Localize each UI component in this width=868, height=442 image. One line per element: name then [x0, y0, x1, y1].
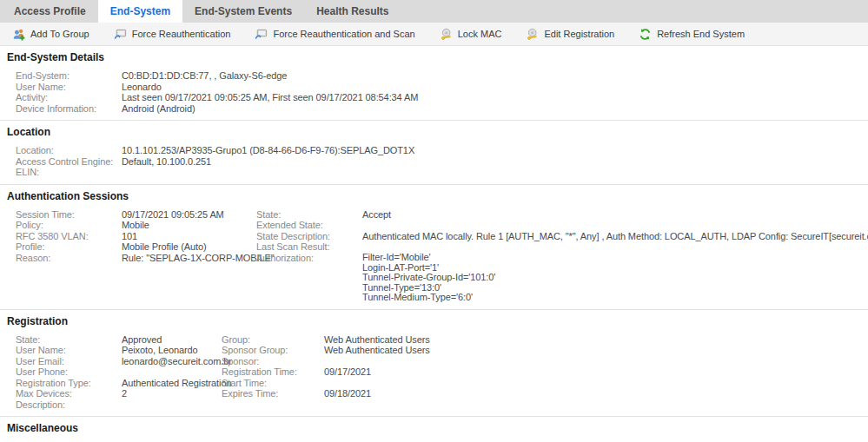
force-reauthentication-and-scan-button[interactable]: Force Reauthentication and Scan: [248, 26, 421, 43]
refresh-icon: [639, 28, 652, 41]
section-title-end-system-details: End-System Details: [7, 51, 861, 63]
force-reauthentication-and-scan-icon: [255, 28, 268, 41]
field-value: Leonardo: [122, 82, 861, 93]
field-label: ELIN:: [16, 167, 122, 178]
force-reauthentication-label: Force Reauthentication: [132, 29, 231, 39]
lock-mac-button[interactable]: Lock MAC: [434, 26, 508, 43]
field-value: Default, 10.100.0.251: [122, 156, 861, 168]
field-label: [222, 399, 324, 411]
field-value: [122, 399, 222, 411]
section-title-miscellaneous: Miscellaneous: [7, 422, 861, 434]
field-value: Last seen 09/17/2021 09:05:25 AM, First …: [122, 92, 861, 103]
auth-row-profile-last-scan-result: Profile: Mobile Profile (Auto) Last Scan…: [16, 241, 861, 253]
tab-end-system-events[interactable]: End-System Events: [182, 0, 304, 23]
lock-mac-label: Lock MAC: [458, 29, 502, 39]
field-label: Last Scan Result:: [256, 241, 362, 253]
toolbar: Add To Group Force Reauthentication Forc…: [0, 23, 868, 46]
field-label: Sponsor:: [222, 356, 324, 367]
location-row-location: Location: 10.1.101.253/AP3935-Grupo1 (D8…: [16, 145, 861, 156]
tab-bar: Access Profile End-System End-System Eve…: [0, 0, 868, 23]
field-label: Location:: [16, 145, 122, 156]
field-label: End-System:: [16, 70, 122, 82]
refresh-end-system-label: Refresh End System: [657, 29, 745, 39]
add-to-group-label: Add To Group: [30, 29, 89, 39]
field-value: Approved: [122, 334, 222, 346]
edit-registration-icon: [526, 28, 539, 41]
field-label: Reason:: [16, 253, 122, 303]
field-value: [122, 167, 861, 178]
section-authentication-sessions: Authentication Sessions Session Time: 09…: [0, 185, 868, 310]
edit-registration-button[interactable]: Edit Registration: [520, 26, 620, 43]
auth-row-vlan-state-description: RFC 3580 VLAN: 101 State Description: Au…: [16, 231, 861, 242]
field-value: 09/18/2021: [324, 388, 861, 399]
field-label: Profile:: [16, 241, 122, 253]
tab-end-system[interactable]: End-System: [98, 0, 182, 23]
field-label: User Name:: [16, 82, 122, 93]
location-row-access-control-engine: Access Control Engine: Default, 10.100.0…: [16, 156, 861, 168]
field-label: Group:: [222, 334, 324, 346]
field-value: Mobile Profile (Auto): [122, 241, 256, 253]
detail-row-end-system: End-System: C0:BD:D1:DD:CB:77, , Galaxy-…: [16, 70, 861, 82]
tab-access-profile[interactable]: Access Profile: [2, 0, 98, 23]
field-value: Authenticated MAC locally. Rule 1 [AUTH_…: [362, 231, 868, 242]
registration-row-state-group: State: Approved Group: Web Authenticated…: [16, 334, 861, 346]
field-label: Registration Type:: [16, 378, 122, 389]
field-label: Session Time:: [16, 209, 122, 221]
force-reauthentication-and-scan-label: Force Reauthentication and Scan: [273, 29, 414, 39]
field-value: Authenticated Registration: [122, 378, 222, 389]
field-label: Max Devices:: [16, 388, 122, 399]
registration-row-user-phone-registration-time: User Phone: Registration Time: 09/17/202…: [16, 366, 861, 378]
auth-row-session-time-state: Session Time: 09/17/2021 09:05:25 AM Sta…: [16, 209, 861, 221]
section-end-system-details: End-System Details End-System: C0:BD:D1:…: [0, 46, 868, 121]
section-location: Location Location: 10.1.101.253/AP3935-G…: [0, 121, 868, 185]
force-reauthentication-icon: [114, 28, 127, 41]
field-label: Sponsor Group:: [222, 345, 324, 356]
field-value: 101: [122, 231, 256, 242]
field-value: Accept: [362, 209, 861, 221]
field-label: Activity:: [16, 92, 122, 103]
registration-row-description: Description:: [16, 399, 861, 411]
field-value: Mobile: [122, 220, 256, 231]
field-label: Expires Time:: [222, 388, 324, 399]
location-row-elin: ELIN:: [16, 167, 861, 178]
detail-row-user-name: User Name: Leonardo: [16, 82, 861, 93]
field-value: 2: [122, 388, 222, 399]
field-label: Extended State:: [256, 220, 362, 231]
registration-row-max-devices-expires-time: Max Devices: 2 Expires Time: 09/18/2021: [16, 388, 861, 399]
field-value: Peixoto, Leonardo: [122, 345, 222, 356]
field-label: Start Time:: [222, 378, 324, 389]
field-label: State:: [16, 334, 122, 346]
force-reauthentication-button[interactable]: Force Reauthentication: [108, 26, 237, 43]
field-label: Description:: [16, 399, 122, 411]
detail-row-activity: Activity: Last seen 09/17/2021 09:05:25 …: [16, 92, 861, 103]
authorization-attributes: Filter-Id='Mobile' Login-LAT-Port='1' Tu…: [362, 253, 861, 303]
field-value: leonardo@secureit.com.br: [122, 356, 222, 367]
tab-health-results[interactable]: Health Results: [304, 0, 401, 23]
registration-row-user-name-sponsor-group: User Name: Peixoto, Leonardo Sponsor Gro…: [16, 345, 861, 356]
field-value: 09/17/2021 09:05:25 AM: [122, 209, 256, 221]
detail-row-device-information: Device Information: Android (Android): [16, 103, 861, 115]
field-value: 09/17/2021: [324, 366, 861, 378]
field-value: [122, 366, 222, 378]
field-value: [324, 356, 861, 367]
field-value: Web Authenticated Users: [324, 345, 861, 356]
field-label: Registration Time:: [222, 366, 324, 378]
auth-row-policy-extended-state: Policy: Mobile Extended State:: [16, 220, 861, 231]
field-label: State:: [256, 209, 362, 221]
lock-mac-icon: [440, 28, 453, 41]
end-system-panel: End-System Details End-System: C0:BD:D1:…: [0, 46, 868, 442]
field-value: [362, 220, 861, 231]
field-label: User Name:: [16, 345, 122, 356]
section-title-authentication-sessions: Authentication Sessions: [7, 190, 861, 202]
edit-registration-label: Edit Registration: [544, 29, 614, 39]
section-registration: Registration State: Approved Group: Web …: [0, 310, 868, 418]
field-value: Android (Android): [122, 103, 861, 115]
field-value: Web Authenticated Users: [324, 334, 861, 346]
refresh-end-system-button[interactable]: Refresh End System: [633, 26, 751, 43]
field-label: RFC 3580 VLAN:: [16, 231, 122, 242]
field-label: Device Information:: [16, 103, 122, 115]
field-value: [324, 399, 861, 411]
field-value: Rule: "SEPLAG-1X-CORP-MOBILE": [122, 253, 256, 303]
add-to-group-button[interactable]: Add To Group: [6, 26, 96, 43]
registration-row-type-start-time: Registration Type: Authenticated Registr…: [16, 378, 861, 389]
